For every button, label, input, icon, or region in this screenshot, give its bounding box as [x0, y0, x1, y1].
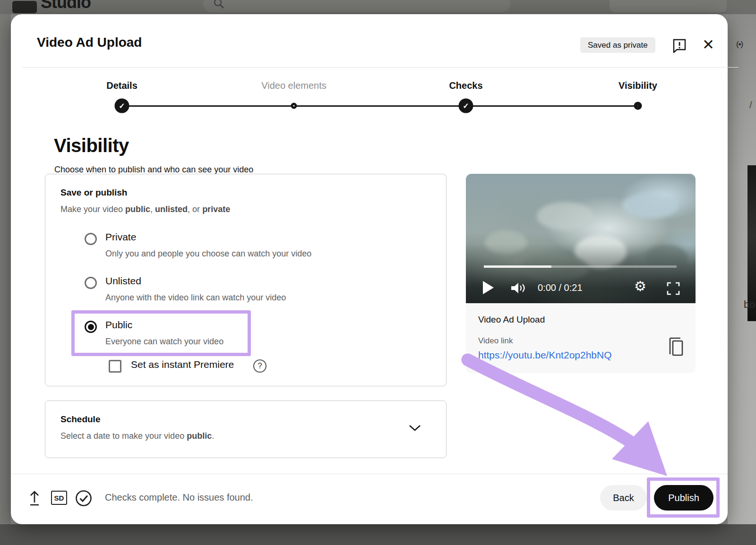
video-link-url[interactable]: https://youtu.be/Knt2op2hbNQ [478, 349, 612, 361]
search-icon [213, 0, 225, 9]
video-progress-bar[interactable] [484, 265, 677, 268]
public-option-label[interactable]: Public [105, 319, 132, 331]
video-link-label: Video link [478, 336, 513, 346]
step-details-check-icon[interactable]: ✓ [115, 99, 129, 113]
instant-premiere-label[interactable]: Set as instant Premiere [131, 359, 234, 370]
screen: Studio (•) / bo Video Ad Upload Saved as… [0, 0, 756, 545]
save-or-publish-card: Save or publish Make your video public, … [45, 174, 447, 386]
public-option-highlight [71, 310, 251, 356]
stepper-line [122, 105, 638, 107]
step-visibility[interactable]: Visibility [619, 80, 657, 91]
youtube-logo [12, 1, 37, 13]
background-slash-fragment: / [749, 99, 752, 111]
public-option-desc: Everyone can watch your video [105, 337, 223, 347]
step-checks[interactable]: Checks [449, 80, 482, 91]
background-bottom-strip [0, 524, 756, 545]
sd-quality-badge: SD [51, 491, 67, 505]
unlisted-option-desc: Anyone with the video link can watch you… [105, 293, 286, 303]
settings-icon[interactable]: ⚙ [634, 278, 646, 294]
save-or-publish-subtitle: Make your video public, unlisted, or pri… [60, 204, 230, 214]
background-account-area [610, 0, 727, 12]
step-visibility-dot[interactable] [634, 102, 642, 110]
background-photo-fragment [747, 165, 756, 321]
page-subtitle: Choose when to publish and who can see y… [54, 165, 253, 175]
player-controls-shade [466, 244, 696, 303]
unlisted-option-label[interactable]: Unlisted [105, 275, 141, 287]
schedule-subtitle: Select a date to make your video public. [60, 431, 214, 441]
video-time: 0:00 / 0:21 [538, 282, 583, 293]
background-text-fragment: bo [744, 298, 755, 311]
unlisted-radio[interactable] [85, 277, 97, 289]
schedule-card[interactable]: Schedule Select a date to make your vide… [45, 400, 447, 458]
checks-complete-icon [75, 489, 93, 507]
preview-video-title: Video Ad Upload [478, 315, 545, 325]
page-title: Visibility [54, 135, 129, 156]
close-icon[interactable]: ✕ [700, 36, 717, 53]
saved-as-private-badge: Saved as private [580, 37, 655, 53]
video-info-panel: Video Ad Upload Video link https://youtu… [466, 303, 696, 373]
private-option-desc: Only you and people you choose can watch… [105, 249, 311, 259]
step-details[interactable]: Details [106, 80, 137, 91]
instant-premiere-checkbox[interactable] [109, 360, 121, 373]
dialog-title: Video Ad Upload [37, 35, 142, 50]
background-topbar: Studio [0, 0, 756, 14]
video-player[interactable]: 0:00 / 0:21 ⚙ [466, 174, 696, 303]
step-checks-check-icon[interactable]: ✓ [459, 99, 473, 113]
back-button[interactable]: Back [600, 485, 647, 511]
send-feedback-icon[interactable] [672, 38, 687, 53]
background-search-bar [203, 0, 510, 12]
header-divider [22, 67, 739, 68]
play-icon[interactable] [483, 281, 494, 294]
publish-button[interactable]: Publish [654, 485, 713, 511]
schedule-title: Schedule [60, 414, 100, 425]
private-option-label[interactable]: Private [105, 231, 136, 243]
volume-icon[interactable] [510, 281, 527, 295]
public-radio-selected[interactable] [85, 321, 97, 333]
upload-icon [27, 489, 42, 506]
step-video-elements[interactable]: Video elements [261, 80, 326, 91]
background-left-strip [0, 14, 11, 524]
private-radio[interactable] [85, 233, 97, 245]
fullscreen-icon[interactable] [666, 281, 680, 296]
copy-icon[interactable] [666, 336, 685, 359]
checks-status-text: Checks complete. No issues found. [105, 492, 253, 503]
chevron-down-icon[interactable] [408, 424, 421, 432]
studio-logo-text: Studio [41, 0, 91, 12]
step-video-elements-dot[interactable] [291, 103, 297, 109]
background-live-icon: (•) [736, 40, 743, 49]
save-or-publish-title: Save or publish [60, 187, 127, 198]
footer-divider [11, 474, 728, 474]
premiere-help-icon[interactable]: ? [253, 359, 266, 373]
